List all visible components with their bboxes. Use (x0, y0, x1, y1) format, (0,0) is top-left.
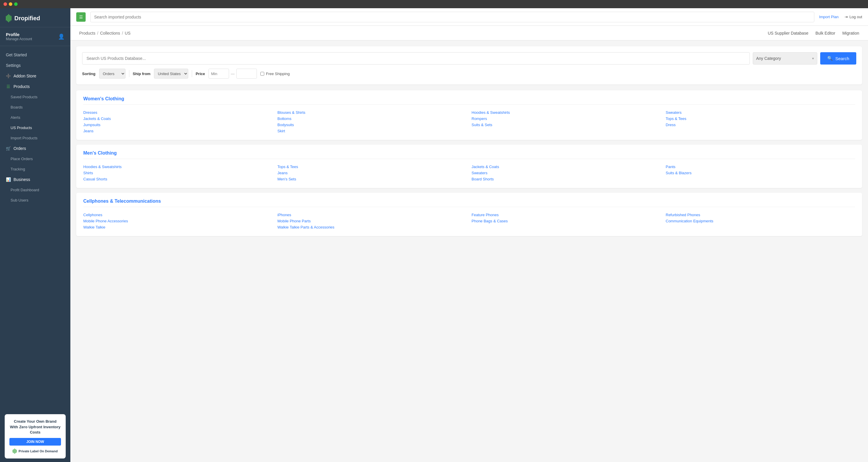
promo-join-button[interactable]: JOIN NOW (9, 438, 61, 445)
import-plan-link[interactable]: Import Plan (819, 15, 838, 19)
bulk-editor-link[interactable]: Bulk Editor (815, 31, 835, 35)
close-dot[interactable] (3, 2, 7, 6)
mens-col-3: Jackets & Coats Sweaters Board Shorts (471, 164, 661, 182)
logout-label: Log out (849, 15, 862, 19)
sidebar-item-settings[interactable]: Settings (0, 60, 70, 71)
category-link-mobile-phone-parts[interactable]: Mobile Phone Parts (277, 218, 467, 224)
logo-icon (6, 14, 11, 22)
filter-separator-2 (192, 70, 192, 77)
category-link-suits-sets[interactable]: Suits & Sets (471, 122, 661, 128)
category-title-mens: Men's Clothing (83, 151, 855, 159)
alerts-label: Alerts (10, 115, 20, 120)
category-link-skirt[interactable]: Skirt (277, 128, 467, 134)
sidebar-item-boards[interactable]: Boards (0, 102, 70, 112)
sidebar-item-import-products[interactable]: Import Products (0, 133, 70, 143)
category-link-feature-phones[interactable]: Feature Phones (471, 212, 661, 218)
products-icon: ☰ (6, 84, 10, 89)
sidebar-item-products[interactable]: ☰ Products (0, 81, 70, 92)
price-max-input[interactable] (236, 69, 257, 79)
us-products-label: US Products (10, 126, 32, 130)
category-link-dress[interactable]: Dress (666, 122, 855, 128)
category-link-walkie-talkie[interactable]: Walkie Talkie (83, 224, 273, 230)
category-link-shirts[interactable]: Shirts (83, 170, 273, 176)
migration-link[interactable]: Migration (842, 31, 859, 35)
us-supplier-database-link[interactable]: US Supplier Database (768, 31, 808, 35)
sidebar-profile[interactable]: Profile Manage Account 👤 (0, 27, 70, 46)
category-link-jackets-coats[interactable]: Jackets & Coats (83, 116, 273, 122)
sidebar-item-get-started[interactable]: Get Started (0, 50, 70, 60)
addon-store-icon: ➕ (6, 73, 10, 78)
category-link-suits-blazers[interactable]: Suits & Blazers (666, 170, 855, 176)
category-link-jumpsuits[interactable]: Jumpsuits (83, 122, 273, 128)
mens-col-4: Pants Suits & Blazers (666, 164, 855, 182)
sidebar-item-sub-users[interactable]: Sub Users (0, 195, 70, 205)
category-grid-cellphones: Cellphones Mobile Phone Accessories Walk… (83, 212, 855, 230)
category-link-cellphones[interactable]: Cellphones (83, 212, 273, 218)
topnav-actions: Import Plan ⇥ Log out (819, 15, 862, 19)
breadcrumb-products[interactable]: Products (79, 31, 95, 35)
category-link-jackets-coats-m[interactable]: Jackets & Coats (471, 164, 661, 170)
category-grid-mens: Hoodies & Sweatshirts Shirts Casual Shor… (83, 164, 855, 182)
free-shipping-filter: Free Shipping (260, 71, 290, 76)
category-link-casual-shorts[interactable]: Casual Shorts (83, 176, 273, 182)
category-link-sweaters-w[interactable]: Sweaters (666, 110, 855, 116)
promo-logo-icon (12, 449, 17, 454)
search-button[interactable]: 🔍 Search (820, 52, 856, 65)
sidebar-item-saved-products[interactable]: Saved Products (0, 92, 70, 102)
ship-from-select[interactable]: United States (154, 69, 188, 79)
category-link-mobile-phone-accessories[interactable]: Mobile Phone Accessories (83, 218, 273, 224)
us-products-search-input[interactable] (82, 52, 750, 65)
category-link-sweaters-m[interactable]: Sweaters (471, 170, 661, 176)
category-link-mens-sets[interactable]: Men's Sets (277, 176, 467, 182)
price-min-input[interactable] (209, 69, 229, 79)
category-link-pants[interactable]: Pants (666, 164, 855, 170)
free-shipping-label: Free Shipping (266, 71, 290, 76)
category-link-dresses[interactable]: Dresses (83, 110, 273, 116)
category-link-bodysuits[interactable]: Bodysuits (277, 122, 467, 128)
category-link-iphones[interactable]: iPhones (277, 212, 467, 218)
promo-title: Create Your Own Brand With Zero Upfront … (9, 419, 61, 435)
profile-name: Profile (6, 32, 32, 37)
breadcrumb-collections[interactable]: Collections (100, 31, 120, 35)
category-link-hoodies-sweatshirts-m[interactable]: Hoodies & Sweatshirts (83, 164, 273, 170)
products-label: Products (13, 84, 30, 89)
category-link-jeans-m[interactable]: Jeans (277, 170, 467, 176)
category-col-3: Hoodies & Sweatshirts Rompers Suits & Se… (471, 110, 661, 134)
mens-col-2: Tops & Tees Jeans Men's Sets (277, 164, 467, 182)
breadcrumb-bar: Products / Collections / US US Supplier … (70, 26, 868, 40)
profile-icon: 👤 (58, 33, 64, 40)
category-link-tops-tees-m[interactable]: Tops & Tees (277, 164, 467, 170)
sidebar-item-profit-dashboard[interactable]: Profit Dashboard (0, 185, 70, 195)
category-link-hoodies-sweatshirts-w[interactable]: Hoodies & Sweatshirts (471, 110, 661, 116)
hamburger-button[interactable]: ☰ (76, 12, 86, 22)
sidebar-item-us-products[interactable]: US Products (0, 123, 70, 133)
orders-select[interactable]: Orders (99, 69, 125, 79)
titlebar (0, 0, 868, 8)
maximize-dot[interactable] (14, 2, 18, 6)
category-select[interactable]: Any Category (753, 52, 817, 65)
sidebar-item-orders[interactable]: 🛒 Orders (0, 143, 70, 154)
category-link-refurbished-phones[interactable]: Refurbished Phones (666, 212, 855, 218)
logout-button[interactable]: ⇥ Log out (844, 15, 862, 19)
sidebar-item-alerts[interactable]: Alerts (0, 112, 70, 123)
category-link-jeans[interactable]: Jeans (83, 128, 273, 134)
profit-dashboard-label: Profit Dashboard (10, 188, 39, 192)
category-link-bottoms[interactable]: Bottoms (277, 116, 467, 122)
category-link-board-shorts[interactable]: Board Shorts (471, 176, 661, 182)
global-search-input[interactable] (90, 12, 814, 22)
sidebar-item-place-orders[interactable]: Place Orders (0, 154, 70, 164)
sidebar-item-business[interactable]: 📊 Business (0, 174, 70, 185)
category-link-walkie-talkie-parts[interactable]: Walkie Talkie Parts & Accessories (277, 224, 467, 230)
minimize-dot[interactable] (9, 2, 12, 6)
search-icon: 🔍 (827, 56, 833, 61)
free-shipping-checkbox[interactable] (260, 72, 264, 76)
sidebar-item-addon-store[interactable]: ➕ Addon Store (0, 71, 70, 81)
category-link-communication-equipments[interactable]: Communication Equipments (666, 218, 855, 224)
category-link-phone-bags-cases[interactable]: Phone Bags & Cases (471, 218, 661, 224)
category-link-rompers[interactable]: Rompers (471, 116, 661, 122)
category-link-tops-tees-w[interactable]: Tops & Tees (666, 116, 855, 122)
sidebar-item-tracking[interactable]: Tracking (0, 164, 70, 174)
place-orders-label: Place Orders (10, 157, 33, 161)
category-link-blouses-shirts[interactable]: Blouses & Shirts (277, 110, 467, 116)
breadcrumb-sep-2: / (122, 31, 123, 35)
